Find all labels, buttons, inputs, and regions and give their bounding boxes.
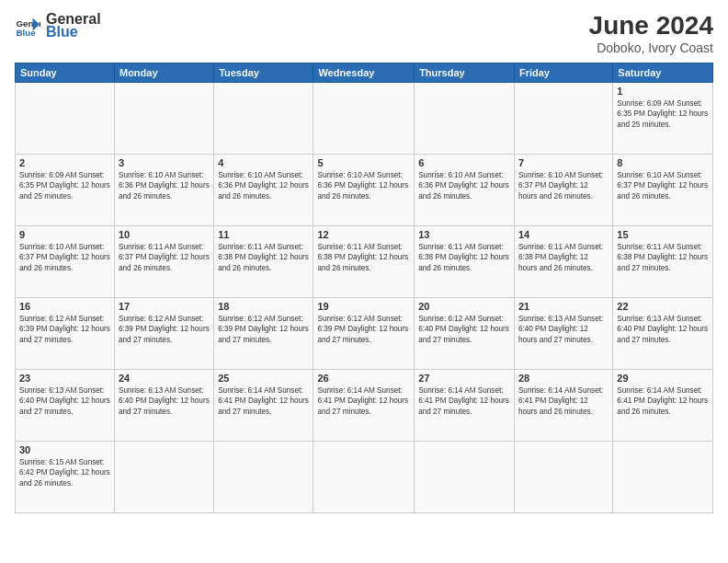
calendar-cell: 9Sunrise: 6:10 AM Sunset: 6:37 PM Daylig… [16, 226, 115, 298]
dow-monday: Monday [114, 63, 213, 83]
month-title: June 2024 [589, 11, 713, 40]
calendar-cell: 27Sunrise: 6:14 AM Sunset: 6:41 PM Dayli… [415, 370, 515, 442]
day-info: Sunrise: 6:10 AM Sunset: 6:37 PM Dayligh… [19, 242, 110, 273]
calendar-cell: 6Sunrise: 6:10 AM Sunset: 6:36 PM Daylig… [415, 155, 515, 226]
day-number: 12 [317, 229, 410, 240]
calendar-cell: 18Sunrise: 6:12 AM Sunset: 6:39 PM Dayli… [214, 298, 313, 370]
header: General Blue General Blue June 2024 Dobo… [15, 11, 713, 55]
day-number: 23 [19, 373, 110, 384]
day-number: 4 [218, 157, 309, 168]
calendar-cell: 24Sunrise: 6:13 AM Sunset: 6:40 PM Dayli… [114, 370, 213, 442]
day-number: 17 [119, 301, 210, 312]
dow-thursday: Thursday [415, 63, 515, 83]
day-info: Sunrise: 6:12 AM Sunset: 6:39 PM Dayligh… [317, 314, 410, 345]
day-number: 15 [617, 229, 709, 240]
day-number: 5 [317, 157, 410, 168]
day-number: 10 [119, 229, 210, 240]
calendar-cell [514, 83, 612, 155]
day-info: Sunrise: 6:11 AM Sunset: 6:38 PM Dayligh… [617, 242, 709, 273]
dow-friday: Friday [514, 63, 612, 83]
calendar-cell: 29Sunrise: 6:14 AM Sunset: 6:41 PM Dayli… [613, 370, 713, 442]
day-number: 20 [418, 301, 510, 312]
calendar-cell: 10Sunrise: 6:11 AM Sunset: 6:37 PM Dayli… [114, 226, 213, 298]
calendar-cell [214, 442, 313, 513]
calendar-cell [415, 83, 515, 155]
week-row-5: 30Sunrise: 6:15 AM Sunset: 6:42 PM Dayli… [16, 442, 713, 513]
logo-icon: General Blue [15, 13, 40, 39]
dow-sunday: Sunday [16, 63, 115, 83]
calendar-cell: 28Sunrise: 6:14 AM Sunset: 6:41 PM Dayli… [514, 370, 612, 442]
day-info: Sunrise: 6:14 AM Sunset: 6:41 PM Dayligh… [317, 385, 410, 417]
location-subtitle: Doboko, Ivory Coast [589, 40, 713, 55]
week-row-2: 9Sunrise: 6:10 AM Sunset: 6:37 PM Daylig… [16, 226, 713, 298]
day-number: 2 [19, 157, 110, 168]
day-info: Sunrise: 6:12 AM Sunset: 6:40 PM Dayligh… [418, 314, 510, 345]
day-info: Sunrise: 6:09 AM Sunset: 6:35 PM Dayligh… [617, 98, 709, 130]
calendar-cell: 21Sunrise: 6:13 AM Sunset: 6:40 PM Dayli… [514, 298, 612, 370]
day-info: Sunrise: 6:12 AM Sunset: 6:39 PM Dayligh… [218, 314, 309, 345]
day-info: Sunrise: 6:12 AM Sunset: 6:39 PM Dayligh… [19, 314, 110, 345]
calendar-cell: 26Sunrise: 6:14 AM Sunset: 6:41 PM Dayli… [313, 370, 415, 442]
day-number: 7 [518, 157, 609, 168]
day-info: Sunrise: 6:14 AM Sunset: 6:41 PM Dayligh… [617, 385, 709, 417]
day-number: 1 [617, 86, 709, 97]
dow-tuesday: Tuesday [214, 63, 313, 83]
day-info: Sunrise: 6:15 AM Sunset: 6:42 PM Dayligh… [19, 457, 110, 488]
day-info: Sunrise: 6:09 AM Sunset: 6:35 PM Dayligh… [19, 170, 110, 201]
day-info: Sunrise: 6:10 AM Sunset: 6:36 PM Dayligh… [119, 170, 210, 201]
week-row-3: 16Sunrise: 6:12 AM Sunset: 6:39 PM Dayli… [16, 298, 713, 370]
week-row-0: 1Sunrise: 6:09 AM Sunset: 6:35 PM Daylig… [16, 83, 713, 155]
calendar-cell: 1Sunrise: 6:09 AM Sunset: 6:35 PM Daylig… [613, 83, 713, 155]
day-info: Sunrise: 6:13 AM Sunset: 6:40 PM Dayligh… [617, 314, 709, 345]
calendar-cell: 7Sunrise: 6:10 AM Sunset: 6:37 PM Daylig… [514, 155, 612, 226]
day-number: 19 [317, 301, 410, 312]
day-info: Sunrise: 6:11 AM Sunset: 6:38 PM Dayligh… [518, 242, 609, 273]
calendar-cell: 13Sunrise: 6:11 AM Sunset: 6:38 PM Dayli… [415, 226, 515, 298]
day-number: 22 [617, 301, 709, 312]
dow-wednesday: Wednesday [313, 63, 415, 83]
calendar-cell: 2Sunrise: 6:09 AM Sunset: 6:35 PM Daylig… [16, 155, 115, 226]
day-info: Sunrise: 6:11 AM Sunset: 6:38 PM Dayligh… [218, 242, 309, 273]
day-info: Sunrise: 6:14 AM Sunset: 6:41 PM Dayligh… [218, 385, 309, 417]
dow-saturday: Saturday [613, 63, 713, 83]
calendar-cell [16, 83, 115, 155]
day-number: 14 [518, 229, 609, 240]
day-number: 24 [119, 373, 210, 384]
day-number: 27 [418, 373, 510, 384]
calendar-cell: 25Sunrise: 6:14 AM Sunset: 6:41 PM Dayli… [214, 370, 313, 442]
day-info: Sunrise: 6:10 AM Sunset: 6:37 PM Dayligh… [518, 170, 609, 201]
calendar-cell: 8Sunrise: 6:10 AM Sunset: 6:37 PM Daylig… [613, 155, 713, 226]
logo: General Blue General Blue [15, 11, 101, 40]
day-number: 28 [518, 373, 609, 384]
svg-text:Blue: Blue [16, 28, 36, 38]
calendar-cell: 30Sunrise: 6:15 AM Sunset: 6:42 PM Dayli… [16, 442, 115, 513]
day-number: 13 [418, 229, 510, 240]
day-number: 8 [617, 157, 709, 168]
calendar-cell [313, 442, 415, 513]
day-number: 21 [518, 301, 609, 312]
day-info: Sunrise: 6:13 AM Sunset: 6:40 PM Dayligh… [518, 314, 609, 345]
day-number: 30 [19, 444, 110, 455]
day-number: 6 [418, 157, 510, 168]
week-row-1: 2Sunrise: 6:09 AM Sunset: 6:35 PM Daylig… [16, 155, 713, 226]
day-info: Sunrise: 6:11 AM Sunset: 6:38 PM Dayligh… [317, 242, 410, 273]
day-number: 26 [317, 373, 410, 384]
title-block: June 2024 Doboko, Ivory Coast [589, 11, 713, 55]
calendar-cell [415, 442, 515, 513]
day-info: Sunrise: 6:14 AM Sunset: 6:41 PM Dayligh… [418, 385, 510, 417]
calendar-cell: 16Sunrise: 6:12 AM Sunset: 6:39 PM Dayli… [16, 298, 115, 370]
calendar-cell [114, 83, 213, 155]
calendar-table: SundayMondayTuesdayWednesdayThursdayFrid… [15, 63, 713, 513]
calendar-cell: 20Sunrise: 6:12 AM Sunset: 6:40 PM Dayli… [415, 298, 515, 370]
day-number: 9 [19, 229, 110, 240]
day-info: Sunrise: 6:10 AM Sunset: 6:36 PM Dayligh… [317, 170, 410, 201]
calendar-cell: 5Sunrise: 6:10 AM Sunset: 6:36 PM Daylig… [313, 155, 415, 226]
day-number: 11 [218, 229, 309, 240]
day-info: Sunrise: 6:10 AM Sunset: 6:37 PM Dayligh… [617, 170, 709, 201]
day-info: Sunrise: 6:13 AM Sunset: 6:40 PM Dayligh… [119, 385, 210, 417]
day-number: 29 [617, 373, 709, 384]
day-number: 16 [19, 301, 110, 312]
calendar-cell [214, 83, 313, 155]
day-info: Sunrise: 6:12 AM Sunset: 6:39 PM Dayligh… [119, 314, 210, 345]
day-number: 25 [218, 373, 309, 384]
